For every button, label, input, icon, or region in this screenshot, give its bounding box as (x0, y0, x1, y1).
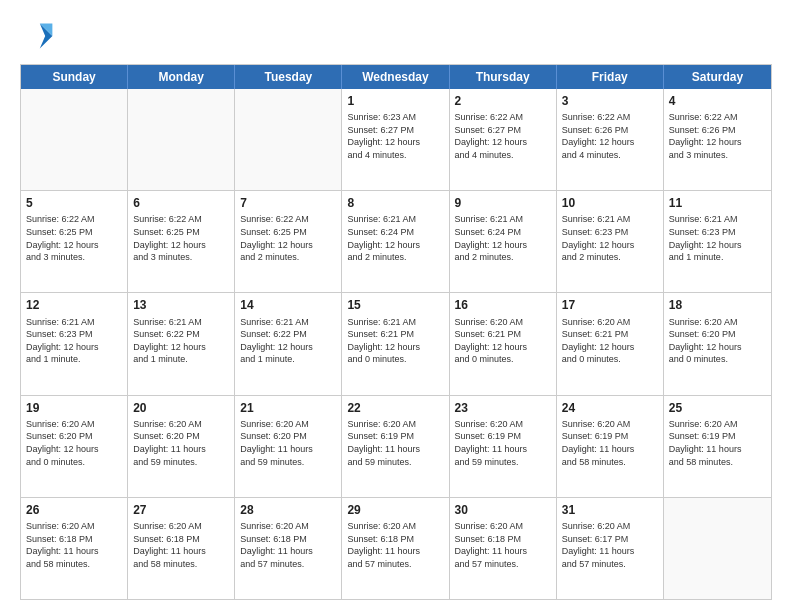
calendar-cell: 26Sunrise: 6:20 AM Sunset: 6:18 PM Dayli… (21, 498, 128, 599)
calendar-body: 1Sunrise: 6:23 AM Sunset: 6:27 PM Daylig… (21, 89, 771, 599)
day-info: Sunrise: 6:20 AM Sunset: 6:19 PM Dayligh… (347, 418, 443, 468)
day-info: Sunrise: 6:21 AM Sunset: 6:23 PM Dayligh… (26, 316, 122, 366)
day-info: Sunrise: 6:20 AM Sunset: 6:17 PM Dayligh… (562, 520, 658, 570)
day-number: 27 (133, 502, 229, 518)
day-number: 10 (562, 195, 658, 211)
day-number: 4 (669, 93, 766, 109)
day-info: Sunrise: 6:20 AM Sunset: 6:20 PM Dayligh… (26, 418, 122, 468)
calendar-cell: 19Sunrise: 6:20 AM Sunset: 6:20 PM Dayli… (21, 396, 128, 497)
day-info: Sunrise: 6:22 AM Sunset: 6:25 PM Dayligh… (240, 213, 336, 263)
calendar-cell: 22Sunrise: 6:20 AM Sunset: 6:19 PM Dayli… (342, 396, 449, 497)
day-number: 22 (347, 400, 443, 416)
calendar-cell: 9Sunrise: 6:21 AM Sunset: 6:24 PM Daylig… (450, 191, 557, 292)
day-number: 28 (240, 502, 336, 518)
calendar-cell (664, 498, 771, 599)
day-info: Sunrise: 6:21 AM Sunset: 6:24 PM Dayligh… (455, 213, 551, 263)
calendar-cell: 31Sunrise: 6:20 AM Sunset: 6:17 PM Dayli… (557, 498, 664, 599)
day-info: Sunrise: 6:20 AM Sunset: 6:20 PM Dayligh… (669, 316, 766, 366)
calendar-cell (21, 89, 128, 190)
calendar-cell: 8Sunrise: 6:21 AM Sunset: 6:24 PM Daylig… (342, 191, 449, 292)
calendar-cell: 14Sunrise: 6:21 AM Sunset: 6:22 PM Dayli… (235, 293, 342, 394)
calendar-header: SundayMondayTuesdayWednesdayThursdayFrid… (21, 65, 771, 89)
day-number: 18 (669, 297, 766, 313)
calendar-cell: 12Sunrise: 6:21 AM Sunset: 6:23 PM Dayli… (21, 293, 128, 394)
day-number: 21 (240, 400, 336, 416)
day-info: Sunrise: 6:21 AM Sunset: 6:21 PM Dayligh… (347, 316, 443, 366)
calendar-cell: 18Sunrise: 6:20 AM Sunset: 6:20 PM Dayli… (664, 293, 771, 394)
day-number: 25 (669, 400, 766, 416)
calendar-cell: 16Sunrise: 6:20 AM Sunset: 6:21 PM Dayli… (450, 293, 557, 394)
calendar-row: 1Sunrise: 6:23 AM Sunset: 6:27 PM Daylig… (21, 89, 771, 190)
day-info: Sunrise: 6:22 AM Sunset: 6:27 PM Dayligh… (455, 111, 551, 161)
day-info: Sunrise: 6:21 AM Sunset: 6:22 PM Dayligh… (133, 316, 229, 366)
calendar-cell: 20Sunrise: 6:20 AM Sunset: 6:20 PM Dayli… (128, 396, 235, 497)
day-info: Sunrise: 6:20 AM Sunset: 6:18 PM Dayligh… (26, 520, 122, 570)
weekday-header: Friday (557, 65, 664, 89)
calendar-cell: 17Sunrise: 6:20 AM Sunset: 6:21 PM Dayli… (557, 293, 664, 394)
calendar-cell: 24Sunrise: 6:20 AM Sunset: 6:19 PM Dayli… (557, 396, 664, 497)
header (20, 18, 772, 54)
logo (20, 18, 60, 54)
calendar-cell: 1Sunrise: 6:23 AM Sunset: 6:27 PM Daylig… (342, 89, 449, 190)
weekday-header: Thursday (450, 65, 557, 89)
calendar-cell: 23Sunrise: 6:20 AM Sunset: 6:19 PM Dayli… (450, 396, 557, 497)
day-number: 23 (455, 400, 551, 416)
day-info: Sunrise: 6:20 AM Sunset: 6:18 PM Dayligh… (347, 520, 443, 570)
calendar-cell: 21Sunrise: 6:20 AM Sunset: 6:20 PM Dayli… (235, 396, 342, 497)
calendar-cell: 28Sunrise: 6:20 AM Sunset: 6:18 PM Dayli… (235, 498, 342, 599)
calendar-row: 5Sunrise: 6:22 AM Sunset: 6:25 PM Daylig… (21, 190, 771, 292)
day-info: Sunrise: 6:21 AM Sunset: 6:23 PM Dayligh… (562, 213, 658, 263)
weekday-header: Sunday (21, 65, 128, 89)
calendar-cell: 27Sunrise: 6:20 AM Sunset: 6:18 PM Dayli… (128, 498, 235, 599)
day-info: Sunrise: 6:20 AM Sunset: 6:18 PM Dayligh… (455, 520, 551, 570)
day-number: 1 (347, 93, 443, 109)
day-number: 15 (347, 297, 443, 313)
calendar-row: 26Sunrise: 6:20 AM Sunset: 6:18 PM Dayli… (21, 497, 771, 599)
day-number: 24 (562, 400, 658, 416)
calendar-cell: 4Sunrise: 6:22 AM Sunset: 6:26 PM Daylig… (664, 89, 771, 190)
day-info: Sunrise: 6:21 AM Sunset: 6:23 PM Dayligh… (669, 213, 766, 263)
day-info: Sunrise: 6:20 AM Sunset: 6:19 PM Dayligh… (669, 418, 766, 468)
weekday-header: Saturday (664, 65, 771, 89)
day-info: Sunrise: 6:22 AM Sunset: 6:26 PM Dayligh… (562, 111, 658, 161)
day-info: Sunrise: 6:20 AM Sunset: 6:19 PM Dayligh… (455, 418, 551, 468)
calendar-cell: 5Sunrise: 6:22 AM Sunset: 6:25 PM Daylig… (21, 191, 128, 292)
day-number: 13 (133, 297, 229, 313)
day-number: 11 (669, 195, 766, 211)
day-number: 19 (26, 400, 122, 416)
day-number: 9 (455, 195, 551, 211)
calendar-cell: 2Sunrise: 6:22 AM Sunset: 6:27 PM Daylig… (450, 89, 557, 190)
day-info: Sunrise: 6:22 AM Sunset: 6:25 PM Dayligh… (26, 213, 122, 263)
calendar-cell: 11Sunrise: 6:21 AM Sunset: 6:23 PM Dayli… (664, 191, 771, 292)
day-info: Sunrise: 6:20 AM Sunset: 6:21 PM Dayligh… (562, 316, 658, 366)
weekday-header: Wednesday (342, 65, 449, 89)
calendar-cell: 15Sunrise: 6:21 AM Sunset: 6:21 PM Dayli… (342, 293, 449, 394)
day-info: Sunrise: 6:23 AM Sunset: 6:27 PM Dayligh… (347, 111, 443, 161)
day-number: 30 (455, 502, 551, 518)
calendar-cell (128, 89, 235, 190)
calendar-cell: 3Sunrise: 6:22 AM Sunset: 6:26 PM Daylig… (557, 89, 664, 190)
day-number: 8 (347, 195, 443, 211)
day-number: 5 (26, 195, 122, 211)
day-number: 14 (240, 297, 336, 313)
day-info: Sunrise: 6:20 AM Sunset: 6:19 PM Dayligh… (562, 418, 658, 468)
day-number: 29 (347, 502, 443, 518)
day-number: 26 (26, 502, 122, 518)
day-info: Sunrise: 6:21 AM Sunset: 6:24 PM Dayligh… (347, 213, 443, 263)
day-info: Sunrise: 6:22 AM Sunset: 6:25 PM Dayligh… (133, 213, 229, 263)
calendar: SundayMondayTuesdayWednesdayThursdayFrid… (20, 64, 772, 600)
day-info: Sunrise: 6:20 AM Sunset: 6:20 PM Dayligh… (240, 418, 336, 468)
calendar-cell: 10Sunrise: 6:21 AM Sunset: 6:23 PM Dayli… (557, 191, 664, 292)
logo-icon (20, 18, 56, 54)
day-number: 17 (562, 297, 658, 313)
calendar-cell: 29Sunrise: 6:20 AM Sunset: 6:18 PM Dayli… (342, 498, 449, 599)
day-info: Sunrise: 6:22 AM Sunset: 6:26 PM Dayligh… (669, 111, 766, 161)
weekday-header: Tuesday (235, 65, 342, 89)
calendar-cell: 25Sunrise: 6:20 AM Sunset: 6:19 PM Dayli… (664, 396, 771, 497)
day-number: 3 (562, 93, 658, 109)
day-number: 31 (562, 502, 658, 518)
calendar-row: 12Sunrise: 6:21 AM Sunset: 6:23 PM Dayli… (21, 292, 771, 394)
calendar-row: 19Sunrise: 6:20 AM Sunset: 6:20 PM Dayli… (21, 395, 771, 497)
calendar-cell: 30Sunrise: 6:20 AM Sunset: 6:18 PM Dayli… (450, 498, 557, 599)
calendar-cell: 7Sunrise: 6:22 AM Sunset: 6:25 PM Daylig… (235, 191, 342, 292)
